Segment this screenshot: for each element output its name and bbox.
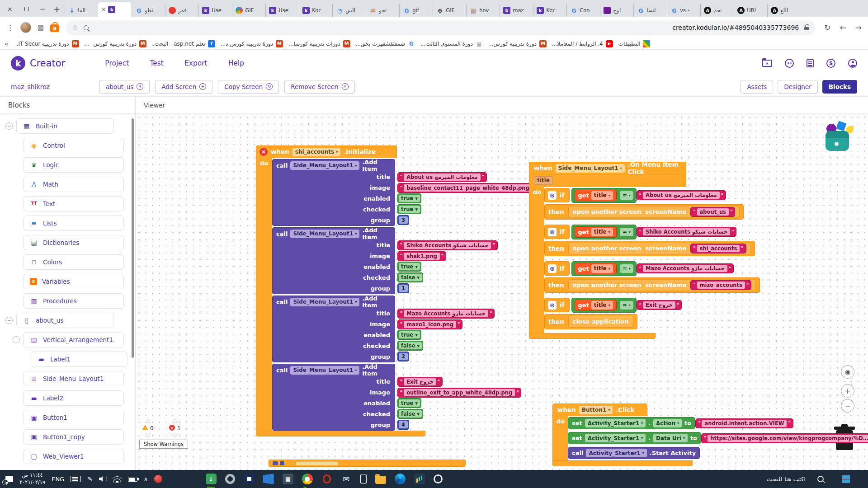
get-block[interactable]: gettitle▾ xyxy=(575,263,617,274)
call-add-item-block[interactable]: callSide_Menu_Layout1▾.Add Itemtitleimag… xyxy=(272,159,395,226)
gear-icon[interactable]: ⊛ xyxy=(548,191,557,200)
tab-close-icon[interactable]: × xyxy=(101,6,106,13)
browser-tab[interactable]: Gانسا xyxy=(633,4,667,17)
if-block[interactable]: ⊛if xyxy=(544,225,570,239)
when-button-click-block[interactable]: whenButton1▾.ClickdosetActivity_Starter1… xyxy=(552,404,868,466)
reload-icon[interactable]: ↻ xyxy=(824,23,830,32)
event-param-chip[interactable]: title xyxy=(534,176,553,185)
operator-dropdown[interactable]: =▾ xyxy=(620,228,633,236)
sidebar-item-dictionaries[interactable]: ▤Dictionaries xyxy=(24,235,124,250)
pen-icon[interactable]: ✎ xyxy=(87,475,93,483)
monetization-icon[interactable]: $ xyxy=(826,59,835,68)
compare-value-block[interactable]: "خروج Exit" xyxy=(637,300,682,310)
set-value-block[interactable]: "https://sites.google.com/view/kingprogc… xyxy=(701,433,868,443)
sidebar-item-procedures[interactable]: ▥Procedures xyxy=(24,293,124,309)
open-screen-block[interactable]: open another screenscreenName"about_us" xyxy=(568,206,740,218)
image-value-block[interactable]: "mazo1_icon.png" xyxy=(397,319,462,329)
set-value-block[interactable]: "android.intent.action.VIEW" xyxy=(695,418,793,428)
edge-taskbar-icon[interactable] xyxy=(395,474,406,484)
browser-tab[interactable]: ↓الما xyxy=(65,4,98,17)
sidebar-scrollbar[interactable] xyxy=(132,118,134,358)
antivirus-tray-icon[interactable] xyxy=(154,475,162,483)
if-block[interactable]: ⊛if xyxy=(544,298,570,312)
boolean-block[interactable]: false ▾ xyxy=(397,341,423,351)
operator-dropdown[interactable]: =▾ xyxy=(620,301,633,310)
operator-dropdown[interactable]: =▾ xyxy=(620,264,633,273)
sidebar-item-built-in[interactable]: ▦Built-in xyxy=(16,118,114,134)
call-add-item-block[interactable]: callSide_Menu_Layout1▾.Add Itemtitleimag… xyxy=(272,296,395,362)
browser-tab[interactable]: ⊕GIF xyxy=(433,4,466,17)
url-field[interactable]: ☆ creator.kodular.io/#4895040335773696 xyxy=(66,20,815,35)
browser-tab[interactable]: Gتطو xyxy=(132,4,165,17)
collapse-icon[interactable]: − xyxy=(5,122,13,130)
browser-tab[interactable]: kKoc xyxy=(533,4,566,17)
image-value-block[interactable]: "baseline_contact11_page_white_48dp.png" xyxy=(397,183,538,193)
browser-tab[interactable]: GCon xyxy=(566,4,600,17)
call-component-dropdown[interactable]: Side_Menu_Layout1▾ xyxy=(290,161,359,170)
compare-value-block[interactable]: "حسابات شيكو Shiko Accounts" xyxy=(637,227,737,237)
profile-avatar[interactable] xyxy=(20,22,31,33)
sidebar-item-button1_copy[interactable]: ▣Button1_copy xyxy=(24,429,124,445)
warning-up-arrow-icon[interactable]: △ xyxy=(146,417,150,423)
boolean-block[interactable]: true ▾ xyxy=(397,398,421,408)
chrome-taskbar-icon[interactable] xyxy=(302,474,313,484)
equals-block[interactable]: gettitle▾=▾ xyxy=(571,261,637,276)
get-block[interactable]: gettitle▾ xyxy=(575,190,617,201)
bookmark-item[interactable]: دورة تدريبية كورس -...M xyxy=(82,40,149,47)
remove-screen-button[interactable]: Remove Screen × xyxy=(284,80,355,94)
back-icon[interactable]: → xyxy=(855,23,862,32)
get-variable-dropdown[interactable]: title▾ xyxy=(591,264,613,273)
get-variable-dropdown[interactable]: title▾ xyxy=(591,301,613,310)
bookmark-item[interactable]: دورات تدريبية كورسا...M xyxy=(286,40,353,47)
set-property-block[interactable]: setActivity_Starter1▾.Action▾to xyxy=(568,417,695,429)
sidebar-item-about_us[interactable]: ▯about_us xyxy=(16,313,114,328)
get-variable-dropdown[interactable]: title▾ xyxy=(591,191,613,200)
shopping-extension-icon[interactable]: a xyxy=(50,24,59,32)
browser-tab[interactable]: kKoc xyxy=(299,4,332,17)
mail-taskbar-icon[interactable]: ✉ xyxy=(341,474,352,484)
community-icon[interactable] xyxy=(785,59,794,68)
open-screen-block[interactable]: open another screenscreenName"shi_accoun… xyxy=(568,243,751,254)
call-component-dropdown[interactable]: Side_Menu_Layout1▾ xyxy=(290,366,359,375)
browser-tab[interactable]: ×k xyxy=(98,2,132,17)
sidebar-item-text[interactable]: TTText xyxy=(24,196,124,211)
browser-tab[interactable]: kUse xyxy=(198,4,232,17)
window-restore-icon[interactable] xyxy=(24,7,29,11)
title-value-block[interactable]: "خروج Exit" xyxy=(397,377,443,387)
call-component-dropdown[interactable]: Side_Menu_Layout1▾ xyxy=(290,298,359,306)
component-dropdown[interactable]: Side_Menu_Layout1▾ xyxy=(556,164,625,173)
navy-taskbar-icon[interactable] xyxy=(244,474,255,484)
set-property-dropdown[interactable]: Action▾ xyxy=(653,419,682,427)
menu-export[interactable]: Export xyxy=(184,59,208,67)
bookmarks-overflow-chevron[interactable]: « xyxy=(5,40,9,47)
screen-name-value-block[interactable]: "about_us" xyxy=(690,207,735,217)
screen-name-value-block[interactable]: "mizo_accounts" xyxy=(690,280,751,290)
component-dropdown[interactable]: Button1▾ xyxy=(579,406,613,414)
menu-project[interactable]: Project xyxy=(105,59,129,67)
start-button[interactable] xyxy=(835,470,856,488)
forward-icon[interactable]: ← xyxy=(840,23,846,32)
blocks-button[interactable]: Blocks xyxy=(822,80,857,94)
when-block-header[interactable]: whenSide_Menu_Layout1▾.On Menu Item Clic… xyxy=(529,162,686,174)
equals-block[interactable]: gettitle▾=▾ xyxy=(571,188,637,203)
browser-tab[interactable]: ◔الس xyxy=(332,4,366,17)
taskbar-clock[interactable]: ١١:٤٤ ص ٢٠٢١/٠٢/١٩ xyxy=(19,472,45,486)
image-value-block[interactable]: "shak1.png" xyxy=(397,251,446,261)
sidebar-item-button1[interactable]: ▣Button1 xyxy=(24,410,124,425)
when-initialize-block[interactable]: ×whenshi_accounts▾.InitializedocallSide_… xyxy=(256,145,425,436)
show-warnings-button[interactable]: Show Warnings xyxy=(139,440,188,449)
battery-icon[interactable] xyxy=(128,477,137,482)
bookmark-item[interactable]: دورة تدريبية كورس...M xyxy=(486,40,549,47)
tray-chevron-icon[interactable]: ∧ xyxy=(144,476,148,482)
opera-taskbar-icon[interactable] xyxy=(321,474,332,484)
gear-icon[interactable]: ⊛ xyxy=(548,264,557,273)
window-close-icon[interactable]: × xyxy=(7,5,13,13)
browser-tab[interactable]: قمر xyxy=(165,4,198,17)
browser-tab[interactable]: Ggif xyxy=(399,4,433,17)
phone-taskbar-icon[interactable] xyxy=(360,474,367,484)
sidebar-item-label1[interactable]: ▬Label1 xyxy=(31,352,127,367)
compare-value-block[interactable]: "حسابات مازو Mazo Accounts" xyxy=(637,263,734,273)
image-value-block[interactable]: "outline_exit_to_app_white_48dp.png" xyxy=(397,388,521,398)
boolean-block[interactable]: true ▾ xyxy=(397,193,421,203)
screen-selector-button[interactable]: about_us ▾ xyxy=(99,80,150,94)
